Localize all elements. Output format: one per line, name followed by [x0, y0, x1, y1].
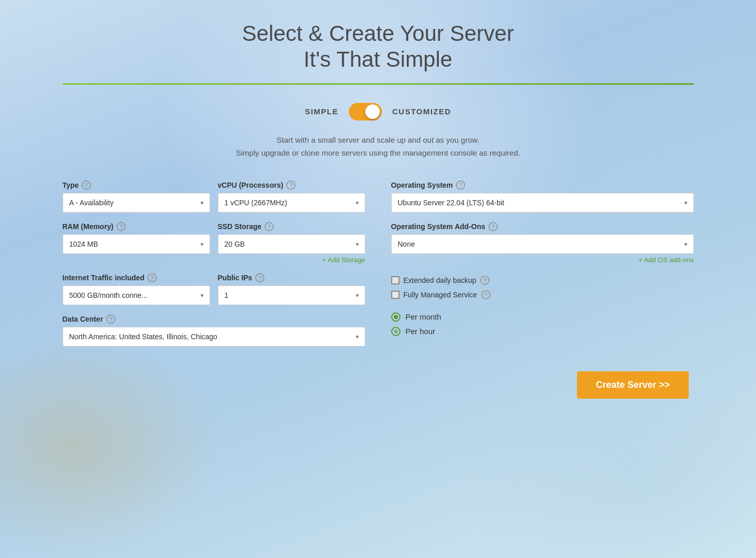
ram-select[interactable]: 512 MB 1024 MB 2048 MB 4096 MB: [63, 234, 210, 254]
per-hour-radio-inner: [394, 330, 397, 333]
type-field-group: Type ? A - Availability B - Balanced C -…: [63, 180, 210, 213]
add-os-addons-link[interactable]: + Add OS add-ons: [391, 256, 694, 264]
vcpu-label: vCPU (Processors) ?: [218, 180, 365, 190]
datacenter-label: Data Center ?: [63, 314, 365, 324]
page-title: Select & Create Your Server It's That Si…: [63, 21, 694, 73]
subtitle: Start with a small server and scale up a…: [63, 133, 694, 160]
ssd-select-wrapper: 20 GB 40 GB 80 GB 160 GB ▼: [218, 234, 365, 254]
per-month-radio[interactable]: [391, 312, 401, 322]
right-column: Operating System ? Ubuntu Server 22.04 (…: [391, 180, 694, 356]
page-container: Select & Create Your Server It's That Si…: [52, 0, 704, 419]
green-divider: [63, 83, 694, 85]
vcpu-select-wrapper: 1 vCPU (2667MHz) 2 vCPU (5334MHz) 4 vCPU…: [218, 193, 365, 213]
fully-managed-row: Fully Managed Service ?: [391, 290, 694, 299]
os-addons-help-icon[interactable]: ?: [488, 222, 498, 231]
checkboxes-section: Extended daily backup ? Fully Managed Se…: [391, 276, 694, 305]
internet-select-wrapper: 5000 GB/month conne... 10000 GB/month co…: [63, 285, 210, 305]
ips-select[interactable]: 1 2 3 4: [218, 285, 365, 305]
customized-label: CUSTOMIZED: [392, 107, 451, 116]
os-addons-field-group: Operating System Add-Ons ? None cPanel P…: [391, 222, 694, 264]
extended-backup-checkbox[interactable]: [391, 276, 399, 284]
left-column: Type ? A - Availability B - Balanced C -…: [63, 180, 365, 356]
add-storage-link[interactable]: + Add Storage: [218, 256, 365, 264]
per-month-label: Per month: [406, 312, 441, 321]
type-help-icon[interactable]: ?: [82, 180, 91, 190]
internet-label: Internet Traffic included ?: [63, 273, 210, 282]
extended-backup-row: Extended daily backup ?: [391, 276, 694, 285]
datacenter-select[interactable]: North America: United States, Illinois, …: [63, 327, 365, 346]
ram-label: RAM (Memory) ?: [63, 222, 210, 231]
type-label: Type ?: [63, 180, 210, 190]
ram-select-wrapper: 512 MB 1024 MB 2048 MB 4096 MB ▼: [63, 234, 210, 254]
ips-label: Public IPs ?: [218, 273, 365, 282]
datacenter-select-wrapper: North America: United States, Illinois, …: [63, 327, 365, 346]
ips-select-wrapper: 1 2 3 4 ▼: [218, 285, 365, 305]
billing-options: Per month Per hour: [391, 312, 694, 341]
os-field-group: Operating System ? Ubuntu Server 22.04 (…: [391, 180, 694, 213]
per-hour-row: Per hour: [391, 327, 694, 336]
mode-toggle[interactable]: [349, 103, 382, 120]
ssd-select[interactable]: 20 GB 40 GB 80 GB 160 GB: [218, 234, 365, 254]
ssd-label: SSD Storage ?: [218, 222, 365, 231]
type-vcpu-row: Type ? A - Availability B - Balanced C -…: [63, 180, 365, 222]
os-select[interactable]: Ubuntu Server 22.04 (LTS) 64-bit CentOS …: [391, 193, 694, 213]
type-select[interactable]: A - Availability B - Balanced C - Comput…: [63, 193, 210, 213]
vcpu-select[interactable]: 1 vCPU (2667MHz) 2 vCPU (5334MHz) 4 vCPU…: [218, 193, 365, 213]
traffic-ips-row: Internet Traffic included ? 5000 GB/mont…: [63, 273, 365, 314]
ram-help-icon[interactable]: ?: [116, 222, 126, 231]
os-addons-label: Operating System Add-Ons ?: [391, 222, 694, 231]
per-hour-label: Per hour: [406, 327, 436, 336]
form-section: Type ? A - Availability B - Balanced C -…: [63, 180, 694, 356]
toggle-section: SIMPLE CUSTOMIZED: [63, 103, 694, 120]
fully-managed-label: Fully Managed Service: [404, 291, 477, 299]
os-addons-select[interactable]: None cPanel Plesk: [391, 234, 694, 254]
create-server-button[interactable]: Create Server >>: [577, 371, 688, 399]
per-month-row: Per month: [391, 312, 694, 322]
extended-backup-label: Extended daily backup: [404, 276, 477, 284]
fully-managed-checkbox[interactable]: [391, 291, 399, 299]
vcpu-field-group: vCPU (Processors) ? 1 vCPU (2667MHz) 2 v…: [218, 180, 365, 213]
toggle-knob: [365, 104, 380, 119]
ssd-help-icon[interactable]: ?: [264, 222, 274, 231]
datacenter-help-icon[interactable]: ?: [106, 314, 115, 324]
os-addons-select-wrapper: None cPanel Plesk ▼: [391, 234, 694, 254]
ips-help-icon[interactable]: ?: [255, 273, 264, 282]
internet-select[interactable]: 5000 GB/month conne... 10000 GB/month co…: [63, 285, 210, 305]
per-hour-radio[interactable]: [391, 327, 401, 336]
os-help-icon[interactable]: ?: [456, 180, 465, 190]
ram-ssd-row: RAM (Memory) ? 512 MB 1024 MB 2048 MB 40…: [63, 222, 365, 273]
ram-field-group: RAM (Memory) ? 512 MB 1024 MB 2048 MB 40…: [63, 222, 210, 264]
extended-backup-help-icon[interactable]: ?: [480, 276, 490, 285]
ssd-field-group: SSD Storage ? 20 GB 40 GB 80 GB 160 GB ▼…: [218, 222, 365, 264]
datacenter-field-group: Data Center ? North America: United Stat…: [63, 314, 365, 346]
internet-field-group: Internet Traffic included ? 5000 GB/mont…: [63, 273, 210, 305]
simple-label: SIMPLE: [305, 107, 338, 116]
bottom-section: Create Server >>: [63, 371, 694, 399]
internet-help-icon[interactable]: ?: [147, 273, 157, 282]
ips-field-group: Public IPs ? 1 2 3 4 ▼: [218, 273, 365, 305]
type-select-wrapper: A - Availability B - Balanced C - Comput…: [63, 193, 210, 213]
per-month-radio-inner: [394, 315, 398, 319]
os-select-wrapper: Ubuntu Server 22.04 (LTS) 64-bit CentOS …: [391, 193, 694, 213]
vcpu-help-icon[interactable]: ?: [286, 180, 295, 190]
fully-managed-help-icon[interactable]: ?: [481, 290, 491, 299]
os-label: Operating System ?: [391, 180, 694, 190]
